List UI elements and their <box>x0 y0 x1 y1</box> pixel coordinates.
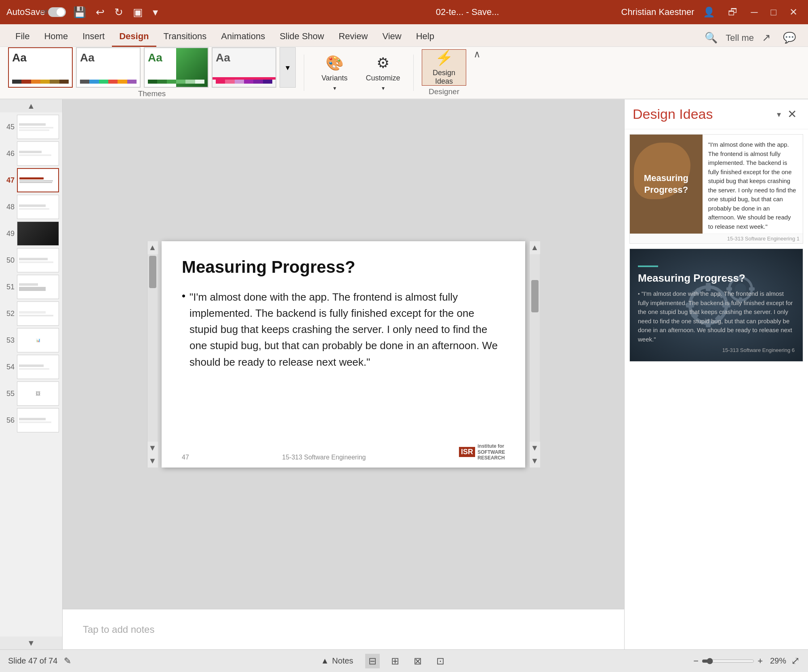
tab-transitions[interactable]: Transitions <box>156 27 214 47</box>
save-icon[interactable]: 💾 <box>73 6 86 19</box>
variants-dropdown-icon[interactable]: ▾ <box>333 85 336 91</box>
design-ideas-close-btn[interactable]: ✕ <box>784 106 800 122</box>
right-scrollbar-up-btn[interactable]: ▲ <box>530 241 540 254</box>
theme-pink[interactable]: Aa <box>212 47 276 88</box>
edit-slide-icon[interactable]: ✎ <box>64 656 71 666</box>
restore-btn[interactable]: 🗗 <box>724 5 742 19</box>
scrollbar-down-btn-1[interactable]: ▼ <box>147 442 158 455</box>
tab-design[interactable]: Design <box>112 27 156 47</box>
share-icon[interactable]: ↗ <box>758 29 775 46</box>
customize-btn[interactable]: ⚙ Customize ▾ <box>361 55 405 91</box>
slides-scroll-up-btn[interactable]: ▲ <box>0 99 62 112</box>
scrollbar-up-btn[interactable]: ▲ <box>147 241 158 254</box>
slide-thumb-47[interactable] <box>17 168 59 192</box>
slide-bullet-text: "I'm almost done with the app. The front… <box>189 289 505 370</box>
slide-thumb-45[interactable] <box>17 115 59 139</box>
search-icon[interactable]: 🔍 <box>701 29 722 46</box>
status-left: Slide 47 of 74 ✎ <box>8 656 71 666</box>
slide-thumb-52[interactable] <box>17 301 59 326</box>
maximize-btn[interactable]: □ <box>767 5 781 19</box>
comments-icon[interactable]: 💬 <box>779 29 800 46</box>
list-item: 55 🖼 <box>3 381 59 406</box>
customize-dropdown-icon[interactable]: ▾ <box>382 85 385 91</box>
autosave-off-label: Off <box>40 9 47 15</box>
redo-icon[interactable]: ↻ <box>114 6 123 19</box>
notes-area[interactable]: Tap to add notes <box>63 609 624 649</box>
design-idea-card-1[interactable]: Measuring Progress? "I'm almost done wit… <box>629 134 803 244</box>
slide-num-47: 47 <box>3 176 15 185</box>
slide-num-45: 45 <box>3 123 15 131</box>
zoom-slider[interactable] <box>702 658 754 664</box>
scrollbar-thumb[interactable] <box>149 256 156 288</box>
scrollbar-down-btn-2[interactable]: ▼ <box>147 455 158 468</box>
tab-animations[interactable]: Animations <box>214 27 272 47</box>
slide-thumb-50[interactable] <box>17 248 59 272</box>
zoom-value: 29% <box>766 656 786 666</box>
fullscreen-btn[interactable]: ⤢ <box>791 655 800 667</box>
list-item: 50 <box>3 248 59 272</box>
notes-btn[interactable]: ▲ Notes <box>317 655 357 667</box>
window-title: 02-te... - Save... <box>314 7 621 17</box>
theme-green[interactable]: Aa <box>144 47 208 88</box>
title-right: Christian Kaestner 👤 🗗 ─ □ ✕ <box>621 5 802 19</box>
ribbon-collapse-btn[interactable]: ∧ <box>470 47 484 61</box>
design-ideas-icon: ⚡ <box>435 49 453 66</box>
tab-insert[interactable]: Insert <box>75 27 112 47</box>
list-item: 47 <box>3 168 59 192</box>
zoom-bar: − + 29% <box>693 656 786 666</box>
design-idea-card-2[interactable]: Measuring Progress? • "I'm almost done w… <box>629 249 803 362</box>
tab-help[interactable]: Help <box>409 27 442 47</box>
undo-icon[interactable]: ↩ <box>96 6 105 19</box>
tab-review[interactable]: Review <box>331 27 375 47</box>
view-slide-sorter-btn[interactable]: ⊞ <box>388 654 402 668</box>
designer-section: ⚡ Design Ideas Designer <box>422 49 466 96</box>
minimize-btn[interactable]: ─ <box>747 5 762 19</box>
zoom-minus-btn[interactable]: − <box>693 656 699 666</box>
slide-thumb-54[interactable] <box>17 355 59 379</box>
slide-thumb-46[interactable] <box>17 141 59 166</box>
tab-slideshow[interactable]: Slide Show <box>272 27 331 47</box>
variants-btn[interactable]: 🎨 Variants ▾ <box>312 55 357 91</box>
zoom-plus-btn[interactable]: + <box>758 656 763 666</box>
theme-blue[interactable]: Aa <box>76 47 141 88</box>
present-icon[interactable]: ▣ <box>133 6 143 19</box>
view-normal-btn[interactable]: ⊟ <box>365 654 380 668</box>
slide-thumb-48[interactable] <box>17 195 59 219</box>
view-presenter-btn[interactable]: ⊡ <box>433 654 448 668</box>
title-text: 02-te... - Save... <box>436 7 499 17</box>
slide-thumb-51[interactable] <box>17 275 59 299</box>
theme-dropdown-btn[interactable]: ▾ <box>280 47 296 88</box>
slide-thumb-53[interactable]: 📊 <box>17 328 59 352</box>
theme-default[interactable]: Aa <box>8 47 73 88</box>
status-right: − + 29% ⤢ <box>693 655 800 667</box>
slide-footer: 47 15-313 Software Engineering ISR insti… <box>182 443 505 461</box>
right-scrollbar-down-btn-2[interactable]: ▼ <box>530 455 540 468</box>
right-scrollbar-thumb[interactable] <box>531 280 539 312</box>
tab-view[interactable]: View <box>375 27 408 47</box>
design-ideas-dropdown-btn[interactable]: ▾ <box>777 110 781 119</box>
ribbon-tab-bar: File Home Insert Design Transitions Anim… <box>0 24 808 47</box>
di-card-2-text: "I'm almost done with the app. The front… <box>638 290 793 343</box>
variants-label: Variants <box>322 74 348 82</box>
design-ideas-btn[interactable]: ⚡ Design Ideas <box>422 49 466 86</box>
close-btn[interactable]: ✕ <box>785 5 802 19</box>
autosave-toggle[interactable]: Off <box>48 7 66 17</box>
slide-thumb-55[interactable]: 🖼 <box>17 381 59 406</box>
account-icon[interactable]: 👤 <box>699 5 719 19</box>
slide-scrollbar-right: ▲ ▼ ▼ <box>529 241 540 468</box>
right-scrollbar-down-btn-1[interactable]: ▼ <box>530 442 540 455</box>
user-name: Christian Kaestner <box>621 7 694 17</box>
view-reading-btn[interactable]: ⊠ <box>410 654 425 668</box>
toggle-knob <box>57 8 65 16</box>
tab-file[interactable]: File <box>8 27 37 47</box>
slide-canvas-wrap: ▲ ▼ ▼ Measuring Progress? • "I'm almost … <box>63 99 624 609</box>
slide-canvas[interactable]: Measuring Progress? • "I'm almost done w… <box>162 241 525 468</box>
slide-thumb-49[interactable] <box>17 221 59 246</box>
title-dropdown-icon[interactable]: ▾ <box>153 6 158 19</box>
slide-thumb-56[interactable] <box>17 408 59 432</box>
slide-scrollbar-left: ▲ ▼ ▼ <box>147 241 158 468</box>
slides-scroll-area[interactable]: 45 46 47 <box>0 112 62 636</box>
tab-home[interactable]: Home <box>37 27 75 47</box>
slides-scroll-down-btn[interactable]: ▼ <box>0 636 62 649</box>
design-ideas-header: Design Ideas ▾ ✕ <box>625 99 808 129</box>
